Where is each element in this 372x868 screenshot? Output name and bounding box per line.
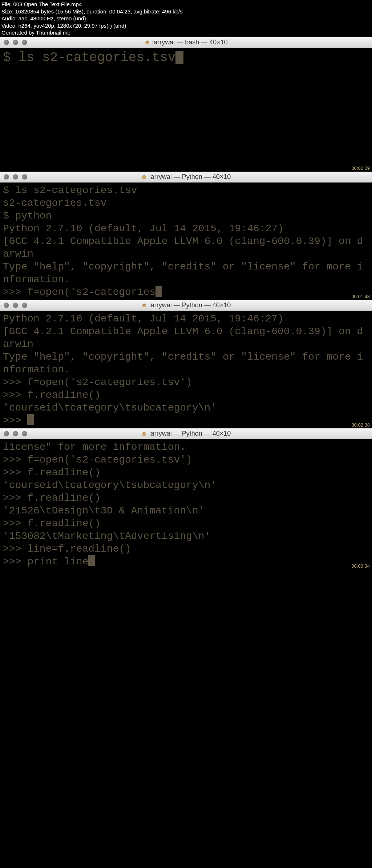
home-icon bbox=[141, 431, 147, 436]
terminal-window-2: larrywai — Python — 40×10 $ ls s2-catego… bbox=[0, 172, 372, 300]
home-icon bbox=[141, 302, 147, 308]
traffic-lights bbox=[4, 431, 27, 436]
title-text: larrywai — Python — 40×10 bbox=[149, 173, 231, 181]
window-title: larrywai — Python — 40×10 bbox=[141, 173, 231, 181]
zoom-icon[interactable] bbox=[22, 303, 27, 308]
traffic-lights bbox=[4, 303, 27, 308]
timestamp: 00:02:38 bbox=[351, 422, 370, 428]
title-text: larrywai — Python — 40×10 bbox=[149, 301, 231, 309]
terminal-content[interactable]: license" for more information. >>> f=ope… bbox=[0, 439, 372, 569]
file-line: File: 003 Open The Text File.mp4 bbox=[1, 1, 371, 8]
title-text: larrywai — Python — 40×10 bbox=[149, 430, 231, 437]
media-info-header: File: 003 Open The Text File.mp4 Size: 1… bbox=[0, 0, 372, 37]
terminal-text: license" for more information. >>> f=ope… bbox=[3, 441, 217, 567]
minimize-icon[interactable] bbox=[13, 303, 18, 308]
home-icon bbox=[141, 174, 147, 180]
minimize-icon[interactable] bbox=[13, 431, 18, 436]
close-icon[interactable] bbox=[4, 431, 9, 436]
terminal-text: $ ls s2-categories.tsv bbox=[3, 50, 175, 65]
zoom-icon[interactable] bbox=[22, 431, 27, 436]
terminal-content[interactable]: $ ls s2-categories.tsv s2-categories.tsv… bbox=[0, 183, 372, 300]
minimize-icon[interactable] bbox=[13, 40, 18, 45]
terminal-window-4: larrywai — Python — 40×10 license" for m… bbox=[0, 428, 372, 569]
window-title: larrywai — bash — 40×10 bbox=[144, 39, 228, 46]
terminal-text: $ ls s2-categories.tsv s2-categories.tsv… bbox=[3, 185, 363, 298]
title-text: larrywai — bash — 40×10 bbox=[152, 39, 228, 46]
traffic-lights bbox=[4, 40, 27, 45]
titlebar[interactable]: larrywai — bash — 40×10 bbox=[0, 37, 372, 48]
generated-line: Generated by Thumbnail me bbox=[1, 29, 371, 36]
size-line: Size: 16320854 bytes (15.56 MiB), durati… bbox=[1, 8, 371, 15]
zoom-icon[interactable] bbox=[22, 40, 27, 45]
close-icon[interactable] bbox=[4, 40, 9, 45]
audio-line: Audio: aac, 48000 Hz, stereo (und) bbox=[1, 15, 371, 22]
terminal-window-3: larrywai — Python — 40×10 Python 2.7.10 … bbox=[0, 300, 372, 428]
timestamp: 00:00:59 bbox=[351, 165, 370, 171]
titlebar[interactable]: larrywai — Python — 40×10 bbox=[0, 300, 372, 311]
timestamp: 00:01:48 bbox=[351, 294, 370, 299]
titlebar[interactable]: larrywai — Python — 40×10 bbox=[0, 428, 372, 439]
close-icon[interactable] bbox=[4, 303, 9, 308]
cursor-icon bbox=[88, 555, 95, 566]
cursor-icon bbox=[27, 414, 34, 425]
cursor-icon bbox=[155, 286, 162, 297]
terminal-window-1: larrywai — bash — 40×10 $ ls s2-categori… bbox=[0, 37, 372, 172]
close-icon[interactable] bbox=[4, 174, 9, 180]
window-title: larrywai — Python — 40×10 bbox=[141, 301, 231, 309]
video-line: Video: h264, yuv420p, 1280x720, 29.97 fp… bbox=[1, 22, 371, 29]
traffic-lights bbox=[4, 174, 27, 180]
timestamp: 00:03:34 bbox=[351, 563, 370, 569]
terminal-text: Python 2.7.10 (default, Jul 14 2015, 19:… bbox=[3, 313, 363, 426]
home-icon bbox=[144, 39, 150, 45]
window-title: larrywai — Python — 40×10 bbox=[141, 430, 231, 437]
cursor-icon bbox=[175, 51, 183, 64]
terminal-content[interactable]: $ ls s2-categories.tsv bbox=[0, 48, 372, 172]
titlebar[interactable]: larrywai — Python — 40×10 bbox=[0, 172, 372, 183]
zoom-icon[interactable] bbox=[22, 174, 27, 180]
terminal-content[interactable]: Python 2.7.10 (default, Jul 14 2015, 19:… bbox=[0, 311, 372, 428]
minimize-icon[interactable] bbox=[13, 174, 18, 180]
